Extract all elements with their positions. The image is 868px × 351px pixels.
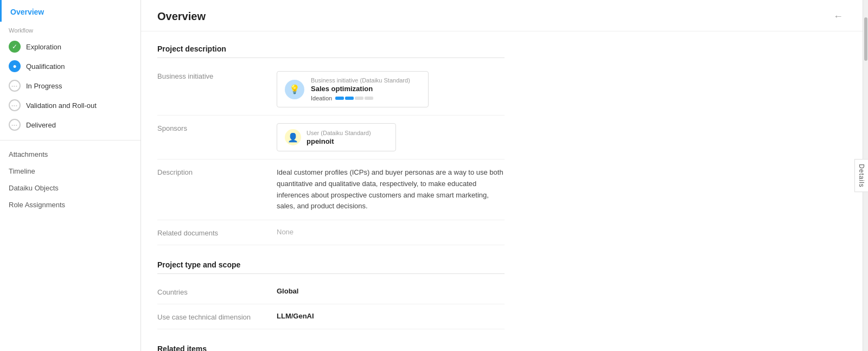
sidebar: Overview Workflow ✓Exploration●Qualifica… — [0, 0, 141, 351]
workflow-icon-validation: ••• — [9, 99, 21, 111]
project-type-title: Project type and scope — [157, 260, 505, 274]
workflow-icon-delivered: ••• — [9, 119, 21, 131]
progress-bar — [335, 97, 373, 100]
business-initiative-card[interactable]: 💡 Business initiative (Dataiku Standard)… — [277, 71, 429, 107]
sidebar-item-label-validation: Validation and Roll-out — [26, 101, 97, 110]
related-items-title: Related items — [157, 344, 505, 351]
countries-label: Countries — [157, 287, 277, 296]
card-title: Sales optimization — [311, 85, 410, 93]
use-case-row: Use case technical dimension LLM/GenAI — [157, 304, 505, 329]
business-initiative-row: Business initiative 💡 Business initiativ… — [157, 63, 505, 116]
sponsor-icon: 👤 — [285, 129, 301, 145]
sidebar-item-label-qualification: Qualification — [26, 62, 65, 71]
description-text: Ideal customer profiles (ICPs) and buyer… — [277, 167, 505, 212]
sidebar-item-qualification[interactable]: ●Qualification — [0, 56, 141, 76]
sidebar-overview[interactable]: Overview — [0, 0, 141, 22]
workflow-icon-in-progress: ••• — [9, 80, 21, 92]
sidebar-item-delivered[interactable]: •••Delivered — [0, 115, 141, 135]
use-case-value: LLM/GenAI — [277, 312, 505, 320]
project-description-title: Project description — [157, 44, 505, 58]
page-title: Overview — [157, 10, 206, 23]
card-status: Ideation — [311, 95, 410, 101]
sidebar-divider — [0, 140, 141, 141]
main-content: Overview ← Project description Business … — [141, 0, 863, 351]
countries-row: Countries Global — [157, 279, 505, 304]
related-items-section: Related items — [157, 344, 505, 351]
sponsor-meta: User (Dataiku Standard) — [307, 130, 371, 136]
sponsors-row: Sponsors 👤 User (Dataiku Standard) ppein… — [157, 116, 505, 159]
related-documents-row: Related documents None — [157, 220, 505, 245]
sponsor-name: ppeinoit — [307, 137, 371, 145]
progress-segment-2 — [355, 97, 363, 100]
back-button[interactable]: ← — [830, 10, 846, 23]
project-type-section: Project type and scope Countries Global … — [157, 260, 505, 329]
description-row: Description Ideal customer profiles (ICP… — [157, 159, 505, 220]
description-label: Description — [157, 167, 277, 176]
sidebar-link-role-assignments[interactable]: Role Assignments — [0, 196, 141, 213]
sidebar-item-label-delivered: Delivered — [26, 121, 56, 129]
countries-value: Global — [277, 287, 505, 295]
sidebar-item-label-in-progress: In Progress — [26, 82, 62, 90]
sponsor-card[interactable]: 👤 User (Dataiku Standard) ppeinoit — [277, 123, 396, 151]
workflow-icon-qualification: ● — [9, 60, 21, 72]
progress-segment-3 — [365, 97, 373, 100]
status-label: Ideation — [311, 95, 332, 101]
business-initiative-label: Business initiative — [157, 71, 277, 80]
workflow-icon-exploration: ✓ — [9, 41, 21, 53]
progress-segment-0 — [335, 97, 344, 100]
related-documents-value: None — [277, 228, 505, 236]
related-documents-label: Related documents — [157, 228, 277, 237]
business-initiative-value: 💡 Business initiative (Dataiku Standard)… — [277, 71, 505, 107]
details-tab[interactable]: Details — [854, 159, 868, 193]
scrollbar-thumb[interactable] — [864, 17, 867, 61]
business-initiative-icon: 💡 — [285, 80, 304, 99]
sidebar-link-timeline[interactable]: Timeline — [0, 163, 141, 180]
main-header: Overview ← — [141, 0, 863, 31]
project-description-section: Project description Business initiative … — [157, 44, 505, 245]
sidebar-link-attachments[interactable]: Attachments — [0, 146, 141, 163]
workflow-section-label: Workflow — [0, 22, 141, 37]
card-meta: Business initiative (Dataiku Standard) — [311, 77, 410, 84]
sidebar-item-in-progress[interactable]: •••In Progress — [0, 76, 141, 95]
sponsors-value: 👤 User (Dataiku Standard) ppeinoit — [277, 123, 505, 151]
progress-segment-1 — [345, 97, 354, 100]
sidebar-item-exploration[interactable]: ✓Exploration — [0, 37, 141, 56]
use-case-label: Use case technical dimension — [157, 312, 277, 321]
sidebar-item-validation[interactable]: •••Validation and Roll-out — [0, 95, 141, 115]
sidebar-link-dataiku-objects[interactable]: Dataiku Objects — [0, 180, 141, 196]
sponsors-label: Sponsors — [157, 123, 277, 132]
content-area: Project description Business initiative … — [141, 31, 521, 351]
sidebar-item-label-exploration: Exploration — [26, 43, 61, 51]
